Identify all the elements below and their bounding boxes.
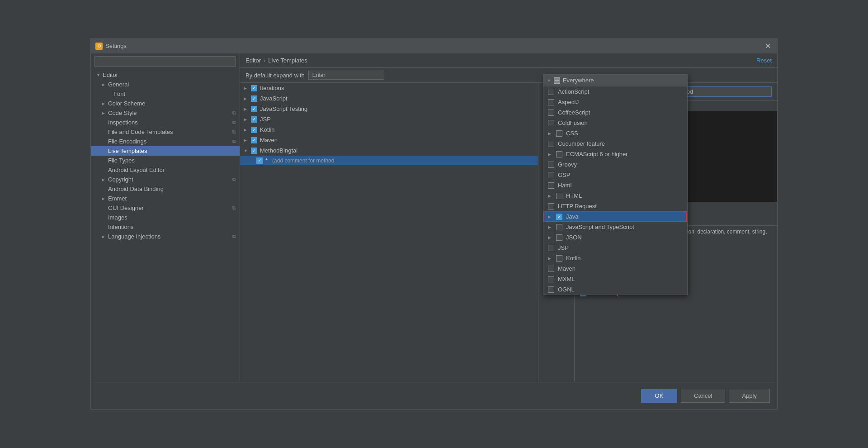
item-checkbox[interactable] [548,99,554,105]
item-checkbox[interactable] [556,234,562,241]
copy-icon: ⧉ [232,119,236,125]
dropdown-item-aspectj[interactable]: AspectJ [543,97,687,107]
item-checkbox[interactable] [548,266,554,272]
item-checkbox[interactable] [556,193,562,199]
item-checkbox[interactable] [556,255,562,262]
item-checkbox[interactable] [548,203,554,210]
chevron-right-icon: ▶ [102,177,106,182]
item-checkbox[interactable] [548,120,554,126]
item-checkbox[interactable] [548,89,554,95]
dropdown-item-groovy[interactable]: Groovy [543,159,687,170]
group-name: JavaScript [260,95,288,102]
group-checkbox-iterations[interactable] [251,85,257,91]
template-item-star[interactable]: * (add comment for method [240,156,538,165]
sidebar-item-intentions[interactable]: Intentions [91,222,240,232]
chevron-right-icon: ▶ [548,235,552,240]
group-checkbox-javascript[interactable] [251,95,257,102]
cancel-button[interactable]: Cancel [681,389,725,403]
dropdown-item-html[interactable]: ▶ HTML [543,191,687,201]
dropdown-item-java[interactable]: ▶ Java [543,211,687,222]
chevron-right-icon: ▶ [548,152,552,157]
dropdown-item-label: Maven [558,265,576,272]
dropdown-header[interactable]: ▼ — Everywhere [543,83,687,86]
sidebar-item-android-layout-editor[interactable]: Android Layout Editor [91,165,240,175]
sidebar-item-inspections[interactable]: Inspections ⧉ [91,118,240,127]
dropdown-item-ecmascript[interactable]: ▶ ECMAScript 6 or higher [543,149,687,159]
group-checkbox-maven[interactable] [251,137,257,143]
group-checkbox-kotlin[interactable] [251,127,257,133]
copy-icon: ⧉ [232,138,236,144]
ok-button[interactable]: OK [641,389,677,403]
dropdown-item-mxml[interactable]: MXML [543,274,687,284]
item-checkbox[interactable] [548,110,554,116]
dropdown-item-gsp[interactable]: GSP [543,170,687,180]
item-checkbox[interactable] [548,162,554,168]
dropdown-item-coffeescript[interactable]: CoffeeScript [543,107,687,118]
group-checkbox-jsp[interactable] [251,116,257,123]
template-group-maven[interactable]: ▶ Maven [240,135,538,145]
sidebar-tree: ▼ Editor ▶ General Font ▶ Color Scheme ▶ [91,70,240,382]
group-checkbox-methodbingtai[interactable] [251,148,257,154]
item-checkbox[interactable] [556,130,562,137]
item-checkbox[interactable] [548,182,554,189]
sidebar-item-file-types[interactable]: File Types [91,156,240,165]
sidebar-item-code-style[interactable]: ▶ Code Style ⧉ [91,108,240,118]
template-group-jsp[interactable]: ▶ JSP [240,114,538,124]
item-checkbox[interactable] [548,245,554,251]
item-checkbox-java[interactable] [556,214,562,220]
copy-icon: ⧉ [232,205,236,211]
sidebar-item-file-encodings[interactable]: File Encodings ⧉ [91,137,240,146]
template-group-methodbingtai[interactable]: ▼ MethodBingtai [240,145,538,156]
sidebar-item-images[interactable]: Images [91,213,240,222]
expand-label: By default expand with [245,72,305,79]
dropdown-item-label: JSP [558,244,569,251]
template-group-kotlin[interactable]: ▶ Kotlin [240,124,538,135]
template-group-javascript[interactable]: ▶ JavaScript [240,93,538,104]
sidebar-item-file-code-templates[interactable]: File and Code Templates ⧉ [91,127,240,137]
expand-default-row: By default expand with [240,68,777,83]
dropdown-item-ognl[interactable]: OGNL [543,284,687,295]
sidebar-item-general[interactable]: ▶ General [91,80,240,89]
dropdown-item-jsp[interactable]: JSP [543,243,687,253]
item-checkbox[interactable] [548,276,554,282]
dropdown-item-cucumber[interactable]: Cucumber feature [543,138,687,149]
item-checkbox[interactable] [548,172,554,178]
template-list-inner: ▶ Iterations ▶ JavaScript ▶ [240,83,538,382]
dropdown-item-haml[interactable]: Haml [543,180,687,191]
expand-default-input[interactable] [308,71,384,80]
dropdown-item-maven[interactable]: Maven [543,263,687,274]
sidebar-item-gui-designer[interactable]: GUI Designer ⧉ [91,203,240,213]
sidebar-item-editor[interactable]: ▼ Editor [91,70,240,80]
dropdown-item-json[interactable]: ▶ JSON [543,232,687,243]
dropdown-item-kotlin[interactable]: ▶ Kotlin [543,253,687,263]
item-checkbox-star[interactable] [256,157,263,164]
group-checkbox-javascript-testing[interactable] [251,106,257,112]
dropdown-item-css[interactable]: ▶ CSS [543,128,687,138]
close-button[interactable]: ✕ [763,42,773,50]
dropdown-item-label: MXML [558,276,575,282]
dropdown-item-coldfusion[interactable]: ColdFusion [543,118,687,128]
sidebar-item-color-scheme[interactable]: ▶ Color Scheme [91,99,240,108]
dropdown-item-actionscript[interactable]: ActionScript [543,86,687,97]
sidebar-item-font[interactable]: Font [91,89,240,99]
item-checkbox[interactable] [556,224,562,230]
sidebar-item-live-templates[interactable]: Live Templates [91,146,240,156]
reset-button[interactable]: Reset [756,57,772,64]
sidebar-item-emmet[interactable]: ▶ Emmet [91,194,240,203]
apply-button[interactable]: Apply [729,389,770,403]
sidebar-item-copyright[interactable]: ▶ Copyright ⧉ [91,175,240,184]
template-group-javascript-testing[interactable]: ▶ JavaScript Testing [240,104,538,114]
template-group-iterations[interactable]: ▶ Iterations [240,83,538,93]
templates-area: ▶ Iterations ▶ JavaScript ▶ [240,83,777,382]
item-checkbox[interactable] [548,141,554,147]
item-checkbox[interactable] [556,151,562,157]
search-input[interactable] [94,56,236,67]
dropdown-item-javascript-ts[interactable]: ▶ JavaScript and TypeScript [543,222,687,232]
dropdown-item-http-request[interactable]: HTTP Request [543,201,687,211]
sidebar-item-language-injections[interactable]: ▶ Language Injections ⧉ [91,232,240,241]
sidebar-item-android-data-binding[interactable]: Android Data Binding [91,184,240,194]
chevron-right-icon: ▶ [244,86,248,91]
item-checkbox[interactable] [548,286,554,293]
item-desc: (add comment for method [272,157,334,164]
sidebar-item-label: Intentions [108,224,236,230]
